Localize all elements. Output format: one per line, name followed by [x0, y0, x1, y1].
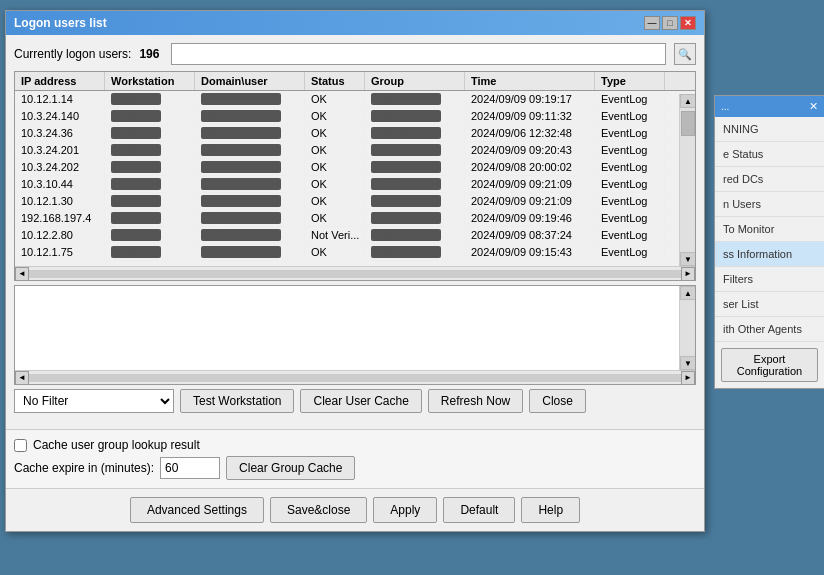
cell-workstation: RET...: [105, 244, 195, 260]
cell-type: EventLog: [595, 210, 665, 226]
expire-input[interactable]: [160, 457, 220, 479]
bg-nav-item-monitor[interactable]: To Monitor: [715, 217, 824, 242]
close-button[interactable]: Close: [529, 389, 586, 413]
table-row[interactable]: 10.3.24.201 ...NG RE... OK CN=S... 2024/…: [15, 142, 695, 159]
cell-time: 2024/09/08 20:00:02: [465, 159, 595, 175]
cell-status: OK: [305, 193, 365, 209]
table-row[interactable]: 192.168.197.4 ... RE... OK CN=R... 2024/…: [15, 210, 695, 227]
cell-time: 2024/09/09 09:11:32: [465, 108, 595, 124]
cell-status: OK: [305, 108, 365, 124]
bg-nav-item-agents[interactable]: ith Other Agents: [715, 317, 824, 342]
detail-hscroll-left[interactable]: ◄: [15, 371, 29, 385]
cell-status: OK: [305, 125, 365, 141]
bg-nav-item-filters[interactable]: Filters: [715, 267, 824, 292]
detail-scroll-track[interactable]: [680, 300, 695, 356]
table-header: IP address Workstation Domain\user Statu…: [15, 72, 695, 91]
table-row[interactable]: 10.3.24.202 ... RETE... OK CN=M... 2024/…: [15, 159, 695, 176]
scroll-track[interactable]: [680, 108, 695, 252]
filter-dropdown[interactable]: No Filter: [14, 389, 174, 413]
bg-nav-item-running[interactable]: NNING: [715, 117, 824, 142]
hscroll-left-arrow[interactable]: ◄: [15, 267, 29, 281]
apply-button[interactable]: Apply: [373, 497, 437, 523]
detail-hscroll[interactable]: ◄ ►: [15, 370, 695, 384]
export-configuration-button[interactable]: Export Configuration: [721, 348, 818, 382]
cell-ip: 10.3.24.36: [15, 125, 105, 141]
cell-ip: 10.3.24.140: [15, 108, 105, 124]
scroll-up-arrow[interactable]: ▲: [680, 94, 696, 108]
cell-type: EventLog: [595, 227, 665, 243]
col-header-ip: IP address: [15, 72, 105, 90]
hscroll-right-arrow[interactable]: ►: [681, 267, 695, 281]
cell-time: 2024/09/09 08:37:24: [465, 227, 595, 243]
table-row[interactable]: 10.12.1.75 RET... ... OK CN=M... 2024/09…: [15, 244, 695, 261]
save-close-button[interactable]: Save&close: [270, 497, 367, 523]
refresh-now-button[interactable]: Refresh Now: [428, 389, 523, 413]
bg-nav-item-status[interactable]: e Status: [715, 142, 824, 167]
cell-status: OK: [305, 142, 365, 158]
cell-domain-user: RE...D: [195, 108, 305, 124]
detail-scroll-down[interactable]: ▼: [680, 356, 696, 370]
table-row[interactable]: 10.12.1.30 ...D RET... OK CN=B... 2024/0…: [15, 193, 695, 210]
hscroll-track[interactable]: [29, 270, 681, 278]
scroll-thumb[interactable]: [681, 111, 695, 136]
cell-time: 2024/09/09 09:19:17: [465, 91, 595, 107]
clear-group-cache-button[interactable]: Clear Group Cache: [226, 456, 355, 480]
cell-workstation: ...NG: [105, 142, 195, 158]
bg-nav-item-dcs[interactable]: red DCs: [715, 167, 824, 192]
logon-users-dialog: Logon users list — □ ✕ Currently logon u…: [5, 10, 705, 532]
dialog-content: Currently logon users: 196 🔍 IP address …: [6, 35, 704, 429]
close-dialog-button[interactable]: ✕: [680, 16, 696, 30]
cache-checkbox[interactable]: [14, 439, 27, 452]
search-input[interactable]: [171, 43, 666, 65]
cell-type: EventLog: [595, 125, 665, 141]
cell-group: CN=M...: [365, 227, 465, 243]
cell-domain-user: RETE...: [195, 176, 305, 192]
test-workstation-button[interactable]: Test Workstation: [180, 389, 294, 413]
cell-workstation: ...M: [105, 227, 195, 243]
bg-window-close-icon[interactable]: ✕: [809, 100, 818, 113]
lower-section: Cache user group lookup result Cache exp…: [6, 429, 704, 488]
table-row[interactable]: 10.3.24.140 SERVI... RE...D OK CN=A... 2…: [15, 108, 695, 125]
cell-time: 2024/09/09 09:20:43: [465, 142, 595, 158]
expire-row: Cache expire in (minutes): Clear Group C…: [14, 456, 696, 480]
table-row[interactable]: 10.12.2.80 ...M RET... Not Veri... CN=M.…: [15, 227, 695, 244]
cell-ip: 10.12.1.14: [15, 91, 105, 107]
cell-status: OK: [305, 244, 365, 260]
help-button[interactable]: Help: [521, 497, 580, 523]
clear-user-cache-button[interactable]: Clear User Cache: [300, 389, 421, 413]
cell-group: CN=A...: [365, 108, 465, 124]
bg-nav-item-userlist[interactable]: ser List: [715, 292, 824, 317]
advanced-settings-button[interactable]: Advanced Settings: [130, 497, 264, 523]
detail-hscroll-right[interactable]: ►: [681, 371, 695, 385]
cell-domain-user: RET...: [195, 193, 305, 209]
logon-count-value: 196: [139, 47, 159, 61]
dialog-title: Logon users list: [14, 16, 107, 30]
detail-hscroll-track[interactable]: [29, 374, 681, 382]
cell-time: 2024/09/09 09:15:43: [465, 244, 595, 260]
col-header-time: Time: [465, 72, 595, 90]
minimize-button[interactable]: —: [644, 16, 660, 30]
scroll-down-arrow[interactable]: ▼: [680, 252, 696, 266]
bg-nav-item-information[interactable]: ss Information: [715, 242, 824, 267]
bg-window-title-text: ...: [721, 101, 729, 112]
table-row[interactable]: 10.12.1.14 STA... RE... OK CN=R... 2024/…: [15, 91, 695, 108]
cell-time: 2024/09/06 12:32:48: [465, 125, 595, 141]
cell-domain-user: RE...: [195, 210, 305, 226]
cell-type: EventLog: [595, 159, 665, 175]
cell-workstation: SER...: [105, 125, 195, 141]
horizontal-scrollbar[interactable]: ◄ ►: [15, 266, 695, 280]
maximize-button[interactable]: □: [662, 16, 678, 30]
bg-nav-item-users[interactable]: n Users: [715, 192, 824, 217]
table-row[interactable]: 10.3.10.44 ... RETE... OK CN=R... 2024/0…: [15, 176, 695, 193]
filter-row: No Filter Test Workstation Clear User Ca…: [14, 389, 696, 413]
vertical-scrollbar[interactable]: ▲ ▼: [679, 94, 695, 266]
detail-scroll-up[interactable]: ▲: [680, 286, 696, 300]
table-row[interactable]: 10.3.24.36 SER... RE... OK CN=AU... 2024…: [15, 125, 695, 142]
cell-time: 2024/09/09 09:21:09: [465, 193, 595, 209]
cell-group: CN=M...: [365, 244, 465, 260]
detail-vertical-scrollbar[interactable]: ▲ ▼: [679, 286, 695, 370]
default-button[interactable]: Default: [443, 497, 515, 523]
cell-status: OK: [305, 91, 365, 107]
search-button[interactable]: 🔍: [674, 43, 696, 65]
cell-status: Not Veri...: [305, 227, 365, 243]
